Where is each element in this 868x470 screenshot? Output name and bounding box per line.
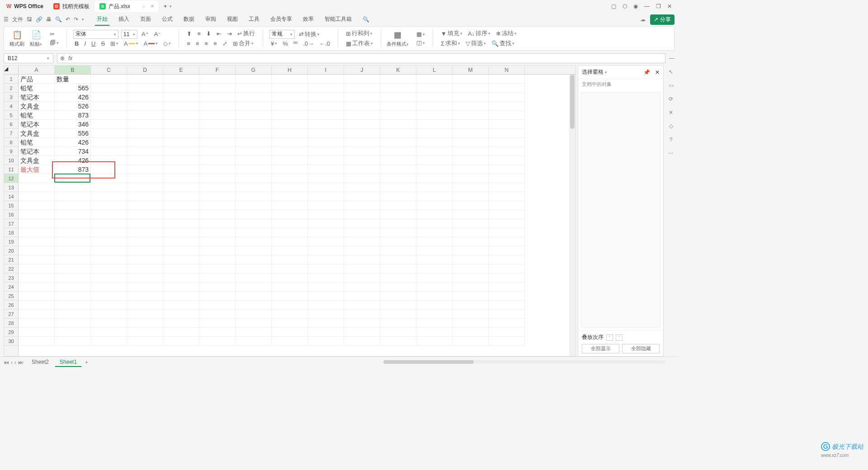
wrap-button[interactable]: ↵换行 xyxy=(236,29,256,38)
currency-icon[interactable]: ¥▾ xyxy=(269,40,278,47)
indent-dec-icon[interactable]: ⇤ xyxy=(215,30,223,38)
menu-tab-6[interactable]: 视图 xyxy=(225,14,240,26)
dec-inc-icon[interactable]: .0→ xyxy=(302,40,315,47)
cell-B11[interactable]: 873 xyxy=(55,165,91,174)
col-header-A[interactable]: A xyxy=(19,66,55,74)
side-close-icon[interactable]: ✕ xyxy=(655,69,660,75)
new-tab-button[interactable]: + ▾ xyxy=(159,1,176,12)
cell-A3[interactable]: 笔记本 xyxy=(19,93,55,102)
align-center-icon[interactable]: ≡ xyxy=(194,40,201,47)
row-header-18[interactable]: 18 xyxy=(4,228,18,237)
hscroll-thumb[interactable] xyxy=(383,360,474,364)
sheet-nav-1[interactable]: ‹ xyxy=(11,359,13,366)
col-header-M[interactable]: M xyxy=(453,66,489,74)
row-header-2[interactable]: 2 xyxy=(4,84,18,93)
bold-button[interactable]: B xyxy=(73,40,80,47)
cell-A5[interactable]: 铅笔 xyxy=(19,111,55,120)
orientation-icon[interactable]: ⤢ xyxy=(221,40,229,47)
row-header-17[interactable]: 17 xyxy=(4,219,18,228)
cond-format-button[interactable]: ▦ 条件格式▾ xyxy=(385,29,410,48)
cell-B10[interactable]: 426 xyxy=(55,156,91,165)
col-header-J[interactable]: J xyxy=(344,66,380,74)
side-rail-icon-3[interactable]: ✕ xyxy=(669,109,673,116)
row-header-20[interactable]: 20 xyxy=(4,246,18,255)
row-header-3[interactable]: 3 xyxy=(4,93,18,102)
cloud-icon[interactable]: ☁ xyxy=(640,16,646,23)
undo-icon[interactable]: ↶ xyxy=(66,16,70,23)
sheet-tab-Sheet1[interactable]: Sheet1 xyxy=(55,358,81,367)
app-box-icon[interactable]: ▢ xyxy=(611,3,616,9)
add-sheet-button[interactable]: + xyxy=(85,359,88,366)
search-icon[interactable]: 🔍 xyxy=(363,16,369,23)
strike-button[interactable]: S xyxy=(99,40,106,47)
comma-icon[interactable]: ºº xyxy=(292,40,299,47)
sheet-tab-Sheet2[interactable]: Sheet2 xyxy=(27,358,53,367)
menu-tab-1[interactable]: 插入 xyxy=(117,14,131,26)
cancel-formula-icon[interactable]: ⊗ xyxy=(60,55,65,61)
sum-button[interactable]: Σ求和▾ xyxy=(439,39,462,48)
cut-icon[interactable]: ✂ xyxy=(48,30,56,38)
align-left-icon[interactable]: ≡ xyxy=(185,40,192,47)
clear-format-button[interactable]: ◇▾ xyxy=(162,40,172,47)
cell-A1[interactable]: 产品 xyxy=(19,75,55,84)
formula-input[interactable] xyxy=(76,54,662,62)
side-rail-icon-4[interactable]: ◇ xyxy=(669,123,673,129)
col-header-B[interactable]: B xyxy=(55,66,91,74)
collapse-sidebar-icon[interactable]: — xyxy=(669,55,675,61)
fill-button[interactable]: ▼填充▾ xyxy=(439,29,464,38)
row-header-15[interactable]: 15 xyxy=(4,201,18,210)
col-header-I[interactable]: I xyxy=(308,66,344,74)
vertical-scrollbar[interactable] xyxy=(569,75,576,356)
qa-dd-icon[interactable]: ▾ xyxy=(82,17,84,22)
col-header-D[interactable]: D xyxy=(127,66,163,74)
col-header-E[interactable]: E xyxy=(163,66,199,74)
name-box[interactable]: B12 ▾ xyxy=(4,53,53,63)
user-avatar-icon[interactable]: ◉ xyxy=(633,3,638,9)
col-header-H[interactable]: H xyxy=(272,66,308,74)
cell-B7[interactable]: 556 xyxy=(55,129,91,138)
side-rail-icon-6[interactable]: ⋯ xyxy=(668,150,674,156)
cell-A11[interactable]: 最大值 xyxy=(19,165,55,174)
align-right-icon[interactable]: ≡ xyxy=(203,40,210,47)
row-header-13[interactable]: 13 xyxy=(4,183,18,192)
convert-button[interactable]: ⇄转换▾ xyxy=(297,30,321,39)
border-button[interactable]: ⊞▾ xyxy=(109,40,120,47)
sheet-nav-3[interactable]: ⏭ xyxy=(18,359,24,366)
file-menu[interactable]: 文件 xyxy=(12,16,23,24)
font-select[interactable]: 宋体▾ xyxy=(73,30,118,39)
row-header-23[interactable]: 23 xyxy=(4,273,18,282)
col-header-F[interactable]: F xyxy=(199,66,236,74)
dec-dec-icon[interactable]: ←.0 xyxy=(318,40,331,47)
menu-tab-2[interactable]: 页面 xyxy=(138,14,153,26)
decrease-font-icon[interactable]: A⁻ xyxy=(153,30,163,38)
cell-B1[interactable]: 数量 xyxy=(55,75,91,84)
cell-B8[interactable]: 426 xyxy=(55,138,91,147)
side-rail-icon-1[interactable]: ▭ xyxy=(669,82,674,89)
hide-all-button[interactable]: 全部隐藏 xyxy=(622,344,660,353)
rowcol-button[interactable]: ⊞行和列▾ xyxy=(344,29,374,38)
cell-B6[interactable]: 346 xyxy=(55,120,91,129)
menu-tab-0[interactable]: 开始 xyxy=(95,14,109,26)
templates-tab[interactable]: D 找稻壳模板 xyxy=(49,1,94,12)
number-format-select[interactable]: 常规▾ xyxy=(269,30,295,39)
row-header-29[interactable]: 29 xyxy=(4,328,18,337)
side-rail-icon-2[interactable]: ⟳ xyxy=(669,96,673,102)
row-header-24[interactable]: 24 xyxy=(4,282,18,291)
row-header-5[interactable]: 5 xyxy=(4,111,18,120)
row-header-6[interactable]: 6 xyxy=(4,120,18,129)
row-header-4[interactable]: 4 xyxy=(4,102,18,111)
order-up-icon[interactable]: ˄ xyxy=(606,334,613,341)
cell-B4[interactable]: 526 xyxy=(55,102,91,111)
horizontal-scrollbar[interactable] xyxy=(101,360,665,365)
worksheet-button[interactable]: ▦工作表▾ xyxy=(344,39,374,48)
cell-A8[interactable]: 铅笔 xyxy=(19,138,55,147)
align-top-icon[interactable]: ⬆ xyxy=(185,30,193,38)
menu-tab-5[interactable]: 审阅 xyxy=(203,14,218,26)
order-down-icon[interactable]: ˅ xyxy=(616,334,623,341)
row-header-12[interactable]: 12 xyxy=(4,174,18,183)
merge-button[interactable]: ⊞合并▾ xyxy=(231,39,255,48)
window-close-icon[interactable]: ✕ xyxy=(667,3,672,9)
pin-icon[interactable]: 📌 xyxy=(643,69,650,75)
row-header-25[interactable]: 25 xyxy=(4,291,18,301)
print-icon[interactable]: 🖶 xyxy=(46,16,52,23)
